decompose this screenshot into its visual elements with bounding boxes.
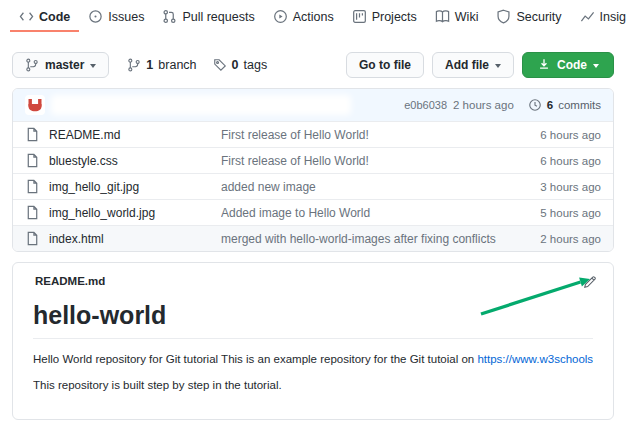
file-name-link[interactable]: index.html [49,232,221,246]
tags-link[interactable]: 0 tags [213,58,268,72]
file-commit-time[interactable]: 5 hours ago [540,207,601,219]
tab-pull-requests[interactable]: Pull requests [153,6,263,32]
table-row: bluestyle.css First release of Hello Wor… [13,147,613,173]
tab-label: Projects [372,10,417,24]
commit-history-link[interactable]: 6 commits [528,98,601,112]
file-icon [25,127,40,142]
file-name-link[interactable]: bluestyle.css [49,154,221,168]
branch-count: 1 [146,58,153,72]
tag-count: 0 [232,58,239,72]
readme-paragraph-1: Hello World repository for Git tutorial … [33,353,593,365]
branch-icon [127,58,141,72]
repo-toolbar: master 1 branch 0 tags Go to file Add fi… [12,52,614,78]
file-icon [25,231,40,246]
tag-icon [213,58,227,72]
file-name-link[interactable]: README.md [49,128,221,142]
tab-label: Security [516,10,561,24]
commits-count: 6 [547,99,553,111]
wiki-icon [435,9,450,24]
readme-filename[interactable]: README.md [35,275,105,287]
tag-word: tags [244,58,268,72]
tab-label: Insights [600,10,626,24]
readme-paragraph-1-text: Hello World repository for Git tutorial … [33,353,477,365]
pull-request-icon [162,9,177,24]
tab-security[interactable]: Security [487,6,570,32]
commit-message-link[interactable]: added new image [221,180,540,194]
latest-commit-bar: e0b6038 2 hours ago 6 commits [13,89,613,121]
file-commit-time[interactable]: 2 hours ago [540,233,601,245]
toolbar-actions: Go to file Add file Code [346,52,614,78]
readme-header: README.md [13,263,613,289]
edit-readme-button[interactable] [583,275,597,289]
repo-nav: Code Issues Pull requests Actions Projec… [0,0,626,32]
tab-projects[interactable]: Projects [343,6,426,32]
readme-card: README.md hello-world Hello World reposi… [12,262,614,420]
branch-selector-button[interactable]: master [12,52,109,78]
file-commit-time[interactable]: 6 hours ago [540,129,601,141]
avatar-identicon [27,97,43,113]
commit-time: 2 hours ago [453,99,514,111]
tab-label: Actions [293,10,334,24]
commit-message-link[interactable]: First release of Hello World! [221,154,540,168]
branch-icon [25,58,39,72]
tab-actions[interactable]: Actions [264,6,343,32]
add-file-button[interactable]: Add file [432,52,514,78]
commit-meta: e0b6038 2 hours ago 6 commits [404,98,601,112]
w3schools-link[interactable]: https://www.w3schools.com [477,353,593,365]
code-download-button[interactable]: Code [522,52,614,78]
actions-icon [273,9,288,24]
file-commit-time[interactable]: 3 hours ago [540,181,601,193]
table-row: img_hello_git.jpg added new image 3 hour… [13,173,613,199]
tab-label: Issues [108,10,144,24]
file-icon [25,179,40,194]
commits-word: commits [558,99,601,111]
branch-name: master [45,58,84,72]
chevron-down-icon [495,64,501,68]
pencil-icon [583,275,597,289]
table-row: img_hello_world.jpg Added image to Hello… [13,199,613,225]
download-icon [537,58,551,72]
tab-code[interactable]: Code [10,6,79,32]
commit-message-link[interactable]: Added image to Hello World [221,206,540,220]
add-file-label: Add file [445,58,489,72]
shield-icon [496,9,511,24]
commit-message-blurred [51,95,351,115]
projects-icon [352,9,367,24]
commit-message-link[interactable]: merged with hello-world-images after fix… [221,232,540,246]
file-name-link[interactable]: img_hello_git.jpg [49,180,221,194]
tab-wiki[interactable]: Wiki [426,6,488,32]
file-table: e0b6038 2 hours ago 6 commits README.md … [12,88,614,252]
tab-issues[interactable]: Issues [79,6,153,32]
issue-icon [88,9,103,24]
branch-word: branch [158,58,196,72]
file-icon [25,205,40,220]
table-row: index.html merged with hello-world-image… [13,225,613,251]
readme-title: hello-world [33,301,593,339]
chevron-down-icon [90,64,96,68]
branches-link[interactable]: 1 branch [127,58,196,72]
tab-label: Code [39,10,70,24]
code-button-label: Code [557,58,587,72]
tab-label: Pull requests [182,10,254,24]
avatar[interactable] [25,95,45,115]
tab-label: Wiki [455,10,479,24]
file-commit-time[interactable]: 6 hours ago [540,155,601,167]
readme-paragraph-2: This repository is built step by step in… [33,379,593,391]
code-icon [19,9,34,24]
file-icon [25,153,40,168]
table-row: README.md First release of Hello World! … [13,121,613,147]
commit-message-link[interactable]: First release of Hello World! [221,128,540,142]
clock-icon [528,98,542,112]
commit-hash-link[interactable]: e0b6038 [404,99,447,111]
insights-icon [580,9,595,24]
file-name-link[interactable]: img_hello_world.jpg [49,206,221,220]
chevron-down-icon [593,64,599,68]
go-to-file-button[interactable]: Go to file [346,52,424,78]
tab-insights[interactable]: Insights [571,6,626,32]
branch-stats: 1 branch 0 tags [127,58,267,72]
